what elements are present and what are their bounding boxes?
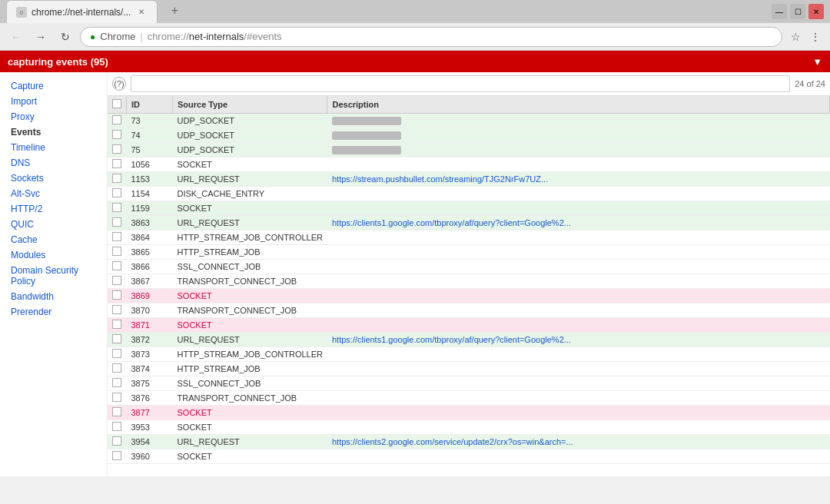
row-source-cell[interactable]: URL_REQUEST	[173, 333, 327, 347]
table-row[interactable]: 3866SSL_CONNECT_JOB	[108, 260, 830, 274]
table-row[interactable]: 74UDP_SOCKET	[108, 128, 830, 143]
row-source-cell[interactable]: SOCKET	[173, 318, 327, 333]
row-id-cell[interactable]: 3874	[127, 362, 173, 376]
table-row[interactable]: 3872URL_REQUESThttps://clients1.google.c…	[108, 333, 830, 347]
minimize-button[interactable]: —	[772, 4, 787, 19]
table-row[interactable]: 3960SOCKET	[108, 449, 830, 464]
close-button[interactable]: ✕	[808, 4, 824, 19]
row-id-cell[interactable]: 3873	[127, 347, 173, 362]
row-source-cell[interactable]: DISK_CACHE_ENTRY	[173, 187, 327, 201]
forward-button[interactable]: →	[31, 27, 51, 47]
row-id-cell[interactable]: 3865	[127, 245, 173, 260]
table-row[interactable]: 3875SSL_CONNECT_JOB	[108, 376, 830, 391]
row-id-cell[interactable]: 3876	[127, 391, 173, 406]
row-source-cell[interactable]: HTTP_STREAM_JOB	[173, 245, 327, 260]
row-id-cell[interactable]: 74	[127, 128, 173, 143]
row-id-cell[interactable]: 3875	[127, 376, 173, 391]
row-source-cell[interactable]: SOCKET	[173, 201, 327, 216]
table-row[interactable]: 1153URL_REQUESThttps://stream.pushbullet…	[108, 172, 830, 187]
sidebar-item-modules[interactable]: Modules	[0, 247, 107, 263]
row-id-cell[interactable]: 75	[127, 143, 173, 158]
row-description-cell[interactable]	[327, 420, 830, 435]
table-row[interactable]: 1154DISK_CACHE_ENTRY	[108, 187, 830, 201]
table-row[interactable]: 3869SOCKET	[108, 289, 830, 303]
sidebar-item-quic[interactable]: QUIC	[0, 217, 107, 232]
row-description-cell[interactable]: https://clients2.google.com/service/upda…	[327, 435, 830, 449]
table-row[interactable]: 1159SOCKET	[108, 201, 830, 216]
row-id-cell[interactable]: 3869	[127, 289, 173, 303]
row-description-cell[interactable]	[327, 362, 830, 376]
sidebar-item-sockets[interactable]: Sockets	[0, 171, 107, 186]
row-source-cell[interactable]: SOCKET	[173, 406, 327, 420]
table-row[interactable]: 75UDP_SOCKET	[108, 143, 830, 158]
row-source-cell[interactable]: URL_REQUEST	[173, 216, 327, 230]
sidebar-item-cache[interactable]: Cache	[0, 232, 107, 247]
row-description-cell[interactable]	[327, 114, 830, 128]
events-table[interactable]: ID Source Type Description 73UDP_SOCKET7…	[108, 96, 830, 476]
row-source-cell[interactable]: UDP_SOCKET	[173, 128, 327, 143]
row-id-cell[interactable]: 1154	[127, 187, 173, 201]
row-id-cell[interactable]: 3866	[127, 260, 173, 274]
reload-button[interactable]: ↻	[55, 27, 75, 47]
table-row[interactable]: 3870TRANSPORT_CONNECT_JOB	[108, 303, 830, 318]
table-row[interactable]: 3871SOCKET	[108, 318, 830, 333]
row-id-cell[interactable]: 3871	[127, 318, 173, 333]
browser-tab[interactable]: ○ chrome://net-internals/... ✕	[6, 0, 158, 23]
row-description-cell[interactable]	[327, 128, 830, 143]
row-source-cell[interactable]: SSL_CONNECT_JOB	[173, 260, 327, 274]
table-row[interactable]: 3865HTTP_STREAM_JOB	[108, 245, 830, 260]
row-source-cell[interactable]: SSL_CONNECT_JOB	[173, 376, 327, 391]
table-row[interactable]: 73UDP_SOCKET	[108, 114, 830, 128]
row-source-cell[interactable]: SOCKET	[173, 158, 327, 172]
row-description-cell[interactable]	[327, 187, 830, 201]
row-description-cell[interactable]	[327, 260, 830, 274]
row-source-cell[interactable]: SOCKET	[173, 289, 327, 303]
row-description-cell[interactable]	[327, 230, 830, 245]
row-description-cell[interactable]: https://clients1.google.com/tbproxy/af/q…	[327, 333, 830, 347]
row-source-cell[interactable]: HTTP_STREAM_JOB_CONTROLLER	[173, 230, 327, 245]
table-row[interactable]: 3863URL_REQUESThttps://clients1.google.c…	[108, 216, 830, 230]
menu-icon[interactable]: ⋮	[807, 28, 824, 45]
back-button[interactable]: ←	[6, 27, 26, 47]
sidebar-item-events[interactable]: Events	[0, 124, 107, 140]
table-row[interactable]: 3874HTTP_STREAM_JOB	[108, 362, 830, 376]
filter-input[interactable]	[131, 75, 790, 92]
row-source-cell[interactable]: HTTP_STREAM_JOB_CONTROLLER	[173, 347, 327, 362]
row-description-cell[interactable]	[327, 143, 830, 158]
sidebar-item-http2[interactable]: HTTP/2	[0, 201, 107, 217]
row-id-cell[interactable]: 3954	[127, 435, 173, 449]
row-id-cell[interactable]: 3872	[127, 333, 173, 347]
omnibox-url[interactable]: chrome://net-internals/#events	[148, 31, 772, 42]
row-description-cell[interactable]	[327, 201, 830, 216]
table-row[interactable]: 3877SOCKET	[108, 406, 830, 420]
new-tab-button[interactable]: +	[164, 0, 185, 22]
row-description-cell[interactable]	[327, 289, 830, 303]
row-source-cell[interactable]: UDP_SOCKET	[173, 114, 327, 128]
maximize-button[interactable]: ☐	[790, 4, 805, 19]
row-source-cell[interactable]: URL_REQUEST	[173, 172, 327, 187]
row-id-cell[interactable]: 1159	[127, 201, 173, 216]
sidebar-item-bandwidth[interactable]: Bandwidth	[0, 289, 107, 304]
row-source-cell[interactable]: SOCKET	[173, 420, 327, 435]
row-description-cell[interactable]	[327, 318, 830, 333]
row-source-cell[interactable]: TRANSPORT_CONNECT_JOB	[173, 274, 327, 289]
row-id-cell[interactable]: 1153	[127, 172, 173, 187]
row-description-cell[interactable]	[327, 274, 830, 289]
row-source-cell[interactable]: URL_REQUEST	[173, 435, 327, 449]
row-source-cell[interactable]: SOCKET	[173, 449, 327, 464]
row-id-cell[interactable]: 3864	[127, 230, 173, 245]
row-id-cell[interactable]: 3863	[127, 216, 173, 230]
tab-close-button[interactable]: ✕	[135, 6, 148, 18]
row-description-cell[interactable]	[327, 245, 830, 260]
sidebar-item-capture[interactable]: Capture	[0, 78, 107, 94]
table-row[interactable]: 3954URL_REQUESThttps://clients2.google.c…	[108, 435, 830, 449]
row-source-cell[interactable]: TRANSPORT_CONNECT_JOB	[173, 303, 327, 318]
row-description-cell[interactable]	[327, 303, 830, 318]
row-description-cell[interactable]	[327, 347, 830, 362]
row-description-cell[interactable]	[327, 406, 830, 420]
row-id-cell[interactable]: 3867	[127, 274, 173, 289]
row-id-cell[interactable]: 1056	[127, 158, 173, 172]
row-description-cell[interactable]: https://stream.pushbullet.com/streaming/…	[327, 172, 830, 187]
row-source-cell[interactable]: TRANSPORT_CONNECT_JOB	[173, 391, 327, 406]
row-description-cell[interactable]	[327, 449, 830, 464]
